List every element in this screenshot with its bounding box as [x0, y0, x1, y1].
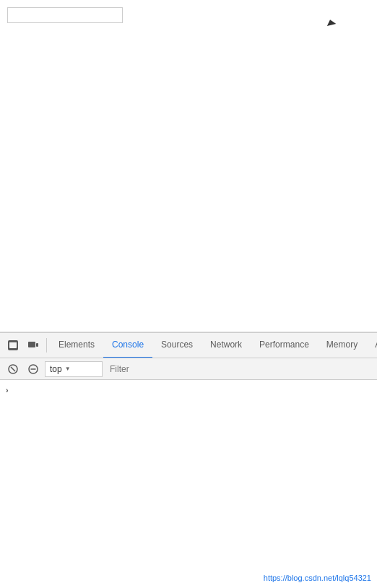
device-toolbar-button[interactable] — [23, 335, 43, 355]
tab-memory[interactable]: Memory — [318, 333, 366, 358]
clear-console-button[interactable] — [4, 360, 22, 378]
browser-viewport — [0, 0, 377, 332]
svg-line-3 — [11, 367, 15, 371]
console-prompt-arrow: › — [6, 386, 9, 394]
tab-performance[interactable]: Performance — [251, 333, 318, 358]
tab-sources[interactable]: Sources — [152, 333, 202, 358]
filter-input[interactable] — [105, 364, 373, 374]
watermark: https://blog.csdn.net/lqlq54321 — [264, 574, 371, 582]
tab-console[interactable]: Console — [103, 333, 152, 358]
tab-network[interactable]: Network — [202, 333, 251, 358]
inspect-element-button[interactable] — [3, 335, 23, 355]
devtools-panel: Elements Console Sources Network Perform… — [0, 332, 377, 588]
console-output: › — [0, 380, 377, 588]
block-network-button[interactable] — [25, 360, 42, 378]
console-toolbar: top ▼ — [0, 358, 377, 380]
devtools-tab-bar: Elements Console Sources Network Perform… — [0, 333, 377, 358]
tab-divider — [46, 338, 47, 353]
context-selector-value: top — [50, 364, 62, 374]
svg-rect-1 — [36, 343, 38, 347]
context-selector[interactable]: top ▼ — [45, 361, 103, 377]
tab-elements[interactable]: Elements — [50, 333, 103, 358]
cursor-pointer — [324, 20, 337, 28]
chevron-down-icon: ▼ — [65, 366, 71, 372]
address-bar[interactable] — [7, 7, 123, 23]
tab-application[interactable]: Ap — [366, 333, 377, 358]
svg-rect-0 — [28, 342, 35, 347]
